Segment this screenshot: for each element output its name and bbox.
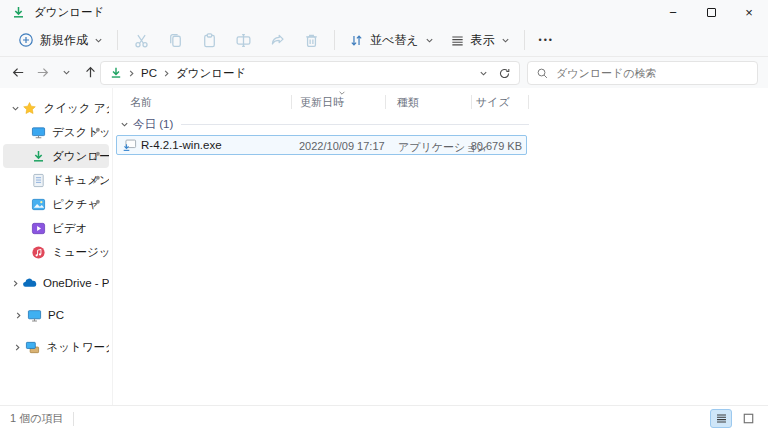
cut-icon [133,32,150,49]
paste-button[interactable] [192,27,226,54]
sidebar-item-network[interactable]: ネットワーク [3,334,109,360]
chevron-right-icon [127,69,136,78]
plus-circle-icon [18,32,34,48]
sidebar-item-downloads[interactable]: ダウンロード [3,144,109,168]
group-divider-line [181,124,529,125]
sidebar-item-documents[interactable]: ドキュメント [3,168,109,192]
column-name[interactable]: 名前 [130,95,152,110]
search-box [527,61,758,85]
sidebar-item-desktop[interactable]: デスクトップ [3,120,109,144]
copy-icon [167,32,184,49]
sidebar-item-pictures[interactable]: ピクチャ [3,192,109,216]
ellipsis-icon: ••• [539,35,554,45]
details-view-button[interactable] [710,409,732,428]
sort-descending-icon [338,89,346,97]
document-icon [31,173,46,188]
pin-icon [91,174,102,185]
sidebar-label: ビデオ [52,221,87,236]
group-header-today[interactable]: 今日 (1) [113,114,768,134]
more-options-button[interactable]: ••• [531,35,562,45]
sort-button-label: 並べ替え [370,32,419,49]
sidebar-item-quick-access[interactable]: クイック アクセス [3,96,109,120]
item-count: 1 個の項目 [0,411,63,426]
sidebar-label: クイック アクセス [43,101,109,116]
navigation-buttons [0,62,100,84]
chevron-expanded-icon[interactable] [117,120,131,129]
column-separator[interactable] [291,95,292,109]
up-button[interactable] [80,62,100,84]
music-icon [31,245,46,260]
close-button[interactable]: × [730,0,768,24]
column-separator[interactable] [528,95,529,109]
delete-button[interactable] [294,27,328,54]
new-button[interactable]: 新規作成 [10,27,111,54]
pc-monitor-icon [27,308,42,323]
status-separator [73,412,74,426]
column-modified[interactable]: 更新日時 [300,95,344,110]
onedrive-cloud-icon [22,276,37,291]
new-button-label: 新規作成 [40,32,88,49]
sidebar-item-music[interactable]: ミュージック [3,240,109,264]
file-explorer-window: ダウンロード − × 新規作成 [0,0,768,431]
share-button[interactable] [260,27,294,54]
group-label: 今日 (1) [133,117,173,132]
column-separator[interactable] [385,95,386,109]
sidebar-label: PC [48,309,64,321]
column-separator[interactable] [471,95,472,109]
file-size: 80,679 KB [447,140,522,152]
refresh-button[interactable] [498,67,511,80]
sort-arrows-icon [349,33,364,48]
videos-icon [31,221,46,236]
column-size[interactable]: サイズ [476,95,510,110]
view-button[interactable]: 表示 [442,27,518,54]
titlebar: ダウンロード − × [0,0,768,24]
sidebar-item-videos[interactable]: ビデオ [3,216,109,240]
pin-icon [91,126,102,137]
sidebar-label: ミュージック [52,245,109,260]
chevron-right-icon [162,69,171,78]
pin-icon [91,198,102,209]
large-icons-view-button[interactable] [737,409,759,428]
pictures-icon [31,197,46,212]
maximize-icon [707,8,716,17]
breadcrumb[interactable]: PC ダウンロード [100,61,520,85]
chevron-collapsed-icon[interactable] [11,343,23,352]
rename-icon [235,32,252,49]
recent-locations-button[interactable] [56,62,76,84]
network-icon [25,340,40,355]
address-dropdown-button[interactable] [479,69,488,78]
search-input[interactable] [556,67,749,79]
downloads-folder-icon [109,66,124,81]
back-button[interactable] [8,62,28,84]
chevron-expanded-icon[interactable] [11,104,20,113]
close-icon: × [745,5,753,20]
details-view-icon [715,412,728,425]
sidebar-item-pc[interactable]: PC [3,302,109,328]
chevron-collapsed-icon[interactable] [11,279,20,288]
chevron-down-icon [501,36,510,45]
rename-button[interactable] [226,27,260,54]
column-type[interactable]: 種類 [397,95,419,110]
minimize-icon: − [669,5,677,20]
paste-icon [201,32,218,49]
sort-button[interactable]: 並べ替え [341,27,442,54]
forward-button[interactable] [32,62,52,84]
copy-button[interactable] [158,27,192,54]
star-icon [22,101,37,116]
maximize-button[interactable] [692,0,730,24]
chevron-collapsed-icon[interactable] [11,311,25,320]
sidebar-item-onedrive[interactable]: OneDrive - Personal [3,270,109,296]
window-controls: − × [654,0,768,24]
desktop-icon [31,125,46,140]
breadcrumb-current[interactable]: ダウンロード [172,66,250,81]
sidebar-label: ネットワーク [46,340,109,355]
download-icon [31,149,46,164]
share-icon [269,32,286,49]
chevron-down-icon [94,36,103,45]
list-lines-icon [450,33,465,48]
view-button-label: 表示 [471,32,495,49]
cut-button[interactable] [124,27,158,54]
breadcrumb-pc[interactable]: PC [137,67,161,79]
minimize-button[interactable]: − [654,0,692,24]
file-row-selected[interactable]: R-4.2.1-win.exe 2022/10/09 17:17 アプリケーショ… [116,135,527,155]
